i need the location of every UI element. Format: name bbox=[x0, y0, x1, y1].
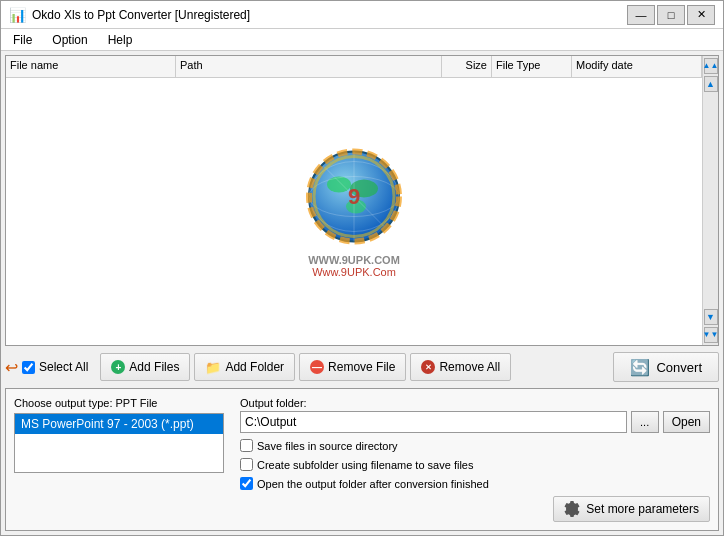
title-controls: — □ ✕ bbox=[627, 5, 715, 25]
close-button[interactable]: ✕ bbox=[687, 5, 715, 25]
output-type-list[interactable]: MS PowerPoint 97 - 2003 (*.ppt) bbox=[14, 413, 224, 473]
output-folder-input-row: ... Open bbox=[240, 411, 710, 433]
create-subfolder-label: Create subfolder using filename to save … bbox=[257, 459, 473, 471]
remove-file-label: Remove File bbox=[328, 360, 395, 374]
output-type-label: Choose output type: PPT File bbox=[14, 397, 224, 409]
watermark: 9 WWW.9UPK.COM Www.9UPK.Com bbox=[304, 146, 404, 277]
col-header-filetype: File Type bbox=[492, 56, 572, 77]
bottom-panel: Choose output type: PPT File MS PowerPoi… bbox=[5, 388, 719, 531]
watermark-text2: Www.9UPK.Com bbox=[304, 265, 404, 277]
remove-all-label: Remove All bbox=[439, 360, 500, 374]
params-row: Set more parameters bbox=[240, 496, 710, 522]
output-folder-row: Output folder: ... Open bbox=[240, 397, 710, 433]
create-subfolder-checkbox[interactable] bbox=[240, 458, 253, 471]
menu-bar: File Option Help bbox=[1, 29, 723, 51]
app-icon: 📊 bbox=[9, 7, 26, 23]
title-bar-left: 📊 Okdo Xls to Ppt Converter [Unregistere… bbox=[9, 7, 250, 23]
open-after-conversion-checkbox[interactable] bbox=[240, 477, 253, 490]
svg-point-8 bbox=[309, 151, 399, 241]
select-all-label: Select All bbox=[39, 360, 88, 374]
menu-help[interactable]: Help bbox=[100, 31, 141, 49]
set-more-params-label: Set more parameters bbox=[586, 502, 699, 516]
remove-file-icon: — bbox=[310, 360, 324, 374]
window-title: Okdo Xls to Ppt Converter [Unregistered] bbox=[32, 8, 250, 22]
minimize-button[interactable]: — bbox=[627, 5, 655, 25]
col-header-size: Size bbox=[442, 56, 492, 77]
file-list-body: 9 WWW.9UPK.COM Www.9UPK.Com bbox=[6, 78, 702, 345]
output-folder-label: Output folder: bbox=[240, 397, 710, 409]
col-header-name: File name bbox=[6, 56, 176, 77]
scrollbar: ▲▲ ▲ ▼ ▼▼ bbox=[702, 56, 718, 345]
gear-icon bbox=[564, 501, 580, 517]
file-list: File name Path Size File Type Modify dat… bbox=[6, 56, 702, 345]
open-button[interactable]: Open bbox=[663, 411, 710, 433]
scroll-down-button[interactable]: ▼ bbox=[704, 309, 718, 325]
file-list-header: File name Path Size File Type Modify dat… bbox=[6, 56, 702, 78]
save-in-source-row: Save files in source directory bbox=[240, 439, 710, 452]
file-list-container: File name Path Size File Type Modify dat… bbox=[5, 55, 719, 346]
svg-point-2 bbox=[350, 179, 378, 197]
open-after-conversion-row: Open the output folder after conversion … bbox=[240, 477, 710, 490]
watermark-text1: WWW.9UPK.COM bbox=[304, 253, 404, 265]
svg-point-9 bbox=[314, 156, 394, 236]
add-files-icon: + bbox=[111, 360, 125, 374]
output-type-name: PPT File bbox=[116, 397, 158, 409]
output-type-panel: Choose output type: PPT File MS PowerPoi… bbox=[14, 397, 224, 522]
select-all-checkbox[interactable] bbox=[22, 361, 35, 374]
add-folder-label: Add Folder bbox=[225, 360, 284, 374]
menu-option[interactable]: Option bbox=[44, 31, 95, 49]
title-bar: 📊 Okdo Xls to Ppt Converter [Unregistere… bbox=[1, 1, 723, 29]
convert-button[interactable]: 🔄 Convert bbox=[613, 352, 719, 382]
scroll-top-button[interactable]: ▲▲ bbox=[704, 58, 718, 74]
menu-file[interactable]: File bbox=[5, 31, 40, 49]
col-header-path: Path bbox=[176, 56, 442, 77]
add-files-button[interactable]: + Add Files bbox=[100, 353, 190, 381]
maximize-button[interactable]: □ bbox=[657, 5, 685, 25]
main-content: File name Path Size File Type Modify dat… bbox=[1, 51, 723, 535]
svg-point-5 bbox=[309, 161, 399, 231]
open-after-conversion-label: Open the output folder after conversion … bbox=[257, 478, 489, 490]
save-in-source-label: Save files in source directory bbox=[257, 440, 398, 452]
toolbar-row: ↩ Select All + Add Files 📁 Add Folder — … bbox=[5, 350, 719, 384]
main-window: 📊 Okdo Xls to Ppt Converter [Unregistere… bbox=[0, 0, 724, 536]
save-in-source-checkbox[interactable] bbox=[240, 439, 253, 452]
scroll-up-button[interactable]: ▲ bbox=[704, 76, 718, 92]
back-arrow-icon: ↩ bbox=[5, 358, 18, 377]
svg-text:9: 9 bbox=[348, 183, 360, 208]
browse-button[interactable]: ... bbox=[631, 411, 659, 433]
convert-label: Convert bbox=[656, 360, 702, 375]
output-type-ppt[interactable]: MS PowerPoint 97 - 2003 (*.ppt) bbox=[15, 414, 223, 434]
select-all-area: ↩ Select All bbox=[5, 358, 88, 377]
scroll-bottom-button[interactable]: ▼▼ bbox=[704, 327, 718, 343]
output-settings: Output folder: ... Open Save files in so… bbox=[240, 397, 710, 522]
remove-all-button[interactable]: ✕ Remove All bbox=[410, 353, 511, 381]
svg-point-3 bbox=[346, 199, 366, 213]
convert-icon: 🔄 bbox=[630, 358, 650, 377]
add-folder-button[interactable]: 📁 Add Folder bbox=[194, 353, 295, 381]
choose-output-label: Choose output type: bbox=[14, 397, 116, 409]
add-files-label: Add Files bbox=[129, 360, 179, 374]
svg-point-4 bbox=[309, 176, 399, 216]
add-folder-icon: 📁 bbox=[205, 360, 221, 375]
svg-point-0 bbox=[309, 151, 399, 241]
svg-point-1 bbox=[327, 176, 351, 192]
set-more-params-button[interactable]: Set more parameters bbox=[553, 496, 710, 522]
watermark-globe-svg: 9 bbox=[304, 146, 404, 246]
col-header-modify: Modify date bbox=[572, 56, 702, 77]
create-subfolder-row: Create subfolder using filename to save … bbox=[240, 458, 710, 471]
remove-file-button[interactable]: — Remove File bbox=[299, 353, 406, 381]
svg-line-7 bbox=[324, 166, 384, 226]
remove-all-icon: ✕ bbox=[421, 360, 435, 374]
output-folder-input[interactable] bbox=[240, 411, 627, 433]
